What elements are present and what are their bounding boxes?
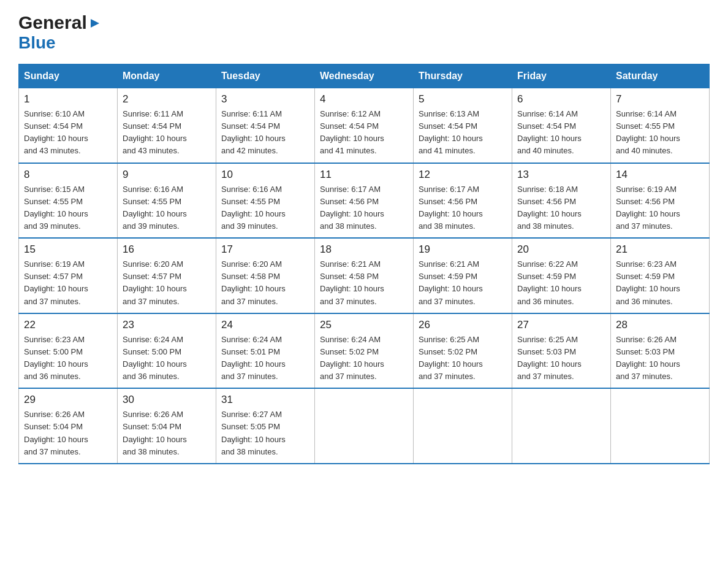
day-info: Sunrise: 6:11 AM Sunset: 4:54 PM Dayligh… [123,108,211,158]
day-cell [512,388,611,464]
day-info: Sunrise: 6:15 AM Sunset: 4:55 PM Dayligh… [24,183,112,233]
day-info: Sunrise: 6:14 AM Sunset: 4:55 PM Dayligh… [616,108,704,158]
day-cell: 2 Sunrise: 6:11 AM Sunset: 4:54 PM Dayli… [118,88,216,163]
logo-general: General [18,12,87,33]
header-sunday: Sunday [19,64,118,88]
header-thursday: Thursday [414,64,512,88]
day-info: Sunrise: 6:21 AM Sunset: 4:58 PM Dayligh… [320,258,408,308]
day-info: Sunrise: 6:13 AM Sunset: 4:54 PM Dayligh… [419,108,507,158]
day-info: Sunrise: 6:27 AM Sunset: 5:05 PM Dayligh… [221,408,309,458]
day-cell: 11 Sunrise: 6:17 AM Sunset: 4:56 PM Dayl… [315,163,414,239]
day-number: 23 [123,319,211,331]
day-cell: 4 Sunrise: 6:12 AM Sunset: 4:54 PM Dayli… [315,88,414,163]
day-cell: 21 Sunrise: 6:23 AM Sunset: 4:59 PM Dayl… [611,238,710,313]
day-cell: 22 Sunrise: 6:23 AM Sunset: 5:00 PM Dayl… [19,313,118,389]
day-cell: 19 Sunrise: 6:21 AM Sunset: 4:59 PM Dayl… [414,238,512,313]
header-friday: Friday [512,64,611,88]
day-number: 27 [517,319,605,331]
day-cell: 20 Sunrise: 6:22 AM Sunset: 4:59 PM Dayl… [512,238,611,313]
day-cell: 28 Sunrise: 6:26 AM Sunset: 5:03 PM Dayl… [611,313,710,389]
day-cell: 12 Sunrise: 6:17 AM Sunset: 4:56 PM Dayl… [414,163,512,239]
week-row-3: 15 Sunrise: 6:19 AM Sunset: 4:57 PM Dayl… [19,238,710,313]
day-cell: 13 Sunrise: 6:18 AM Sunset: 4:56 PM Dayl… [512,163,611,239]
day-number: 25 [320,319,408,331]
day-cell: 24 Sunrise: 6:24 AM Sunset: 5:01 PM Dayl… [216,313,315,389]
day-info: Sunrise: 6:23 AM Sunset: 5:00 PM Dayligh… [24,334,112,383]
calendar-header-row: SundayMondayTuesdayWednesdayThursdayFrid… [19,64,710,88]
calendar-table: SundayMondayTuesdayWednesdayThursdayFrid… [18,64,710,464]
logo-arrow-icon [88,17,102,30]
day-number: 4 [320,93,408,105]
day-info: Sunrise: 6:24 AM Sunset: 5:02 PM Dayligh… [320,334,408,383]
week-row-2: 8 Sunrise: 6:15 AM Sunset: 4:55 PM Dayli… [19,163,710,239]
day-number: 2 [123,93,211,105]
day-info: Sunrise: 6:16 AM Sunset: 4:55 PM Dayligh… [221,183,309,233]
day-cell [611,388,710,464]
day-info: Sunrise: 6:25 AM Sunset: 5:03 PM Dayligh… [517,334,605,383]
day-cell: 3 Sunrise: 6:11 AM Sunset: 4:54 PM Dayli… [216,88,315,163]
day-info: Sunrise: 6:17 AM Sunset: 4:56 PM Dayligh… [320,183,408,233]
day-info: Sunrise: 6:16 AM Sunset: 4:55 PM Dayligh… [123,183,211,233]
day-number: 9 [123,169,211,181]
day-cell: 26 Sunrise: 6:25 AM Sunset: 5:02 PM Dayl… [414,313,512,389]
logo: General Blue [18,12,102,53]
day-number: 13 [517,169,605,181]
day-info: Sunrise: 6:10 AM Sunset: 4:54 PM Dayligh… [24,108,112,158]
day-cell [315,388,414,464]
day-info: Sunrise: 6:26 AM Sunset: 5:03 PM Dayligh… [616,334,704,383]
day-number: 28 [616,319,704,331]
day-info: Sunrise: 6:25 AM Sunset: 5:02 PM Dayligh… [419,334,507,383]
day-cell: 15 Sunrise: 6:19 AM Sunset: 4:57 PM Dayl… [19,238,118,313]
day-number: 14 [616,169,704,181]
day-number: 22 [24,319,112,331]
day-info: Sunrise: 6:17 AM Sunset: 4:56 PM Dayligh… [419,183,507,233]
day-cell: 10 Sunrise: 6:16 AM Sunset: 4:55 PM Dayl… [216,163,315,239]
day-number: 10 [221,169,309,181]
day-cell: 5 Sunrise: 6:13 AM Sunset: 4:54 PM Dayli… [414,88,512,163]
day-number: 31 [221,394,309,406]
day-number: 21 [616,243,704,256]
day-cell: 8 Sunrise: 6:15 AM Sunset: 4:55 PM Dayli… [19,163,118,239]
day-info: Sunrise: 6:19 AM Sunset: 4:56 PM Dayligh… [616,183,704,233]
day-info: Sunrise: 6:20 AM Sunset: 4:57 PM Dayligh… [123,258,211,308]
day-number: 19 [419,243,507,256]
day-info: Sunrise: 6:24 AM Sunset: 5:01 PM Dayligh… [221,334,309,383]
week-row-1: 1 Sunrise: 6:10 AM Sunset: 4:54 PM Dayli… [19,88,710,163]
week-row-5: 29 Sunrise: 6:26 AM Sunset: 5:04 PM Dayl… [19,388,710,464]
week-row-4: 22 Sunrise: 6:23 AM Sunset: 5:00 PM Dayl… [19,313,710,389]
day-info: Sunrise: 6:12 AM Sunset: 4:54 PM Dayligh… [320,108,408,158]
day-cell: 7 Sunrise: 6:14 AM Sunset: 4:55 PM Dayli… [611,88,710,163]
day-number: 6 [517,93,605,105]
day-info: Sunrise: 6:14 AM Sunset: 4:54 PM Dayligh… [517,108,605,158]
day-cell: 27 Sunrise: 6:25 AM Sunset: 5:03 PM Dayl… [512,313,611,389]
day-cell: 9 Sunrise: 6:16 AM Sunset: 4:55 PM Dayli… [118,163,216,239]
day-cell: 31 Sunrise: 6:27 AM Sunset: 5:05 PM Dayl… [216,388,315,464]
logo-blue: Blue [18,33,56,53]
day-cell: 23 Sunrise: 6:24 AM Sunset: 5:00 PM Dayl… [118,313,216,389]
day-info: Sunrise: 6:20 AM Sunset: 4:58 PM Dayligh… [221,258,309,308]
day-number: 17 [221,243,309,256]
day-info: Sunrise: 6:11 AM Sunset: 4:54 PM Dayligh… [221,108,309,158]
day-number: 18 [320,243,408,256]
day-number: 12 [419,169,507,181]
header-wednesday: Wednesday [315,64,414,88]
day-info: Sunrise: 6:22 AM Sunset: 4:59 PM Dayligh… [517,258,605,308]
day-cell [414,388,512,464]
day-info: Sunrise: 6:26 AM Sunset: 5:04 PM Dayligh… [123,408,211,458]
day-number: 20 [517,243,605,256]
day-number: 30 [123,394,211,406]
header-saturday: Saturday [611,64,710,88]
day-number: 8 [24,169,112,181]
day-cell: 25 Sunrise: 6:24 AM Sunset: 5:02 PM Dayl… [315,313,414,389]
day-number: 1 [24,93,112,105]
day-info: Sunrise: 6:19 AM Sunset: 4:57 PM Dayligh… [24,258,112,308]
day-number: 3 [221,93,309,105]
day-cell: 6 Sunrise: 6:14 AM Sunset: 4:54 PM Dayli… [512,88,611,163]
day-number: 26 [419,319,507,331]
day-number: 5 [419,93,507,105]
day-info: Sunrise: 6:23 AM Sunset: 4:59 PM Dayligh… [616,258,704,308]
day-cell: 30 Sunrise: 6:26 AM Sunset: 5:04 PM Dayl… [118,388,216,464]
header-tuesday: Tuesday [216,64,315,88]
day-number: 7 [616,93,704,105]
day-cell: 29 Sunrise: 6:26 AM Sunset: 5:04 PM Dayl… [19,388,118,464]
